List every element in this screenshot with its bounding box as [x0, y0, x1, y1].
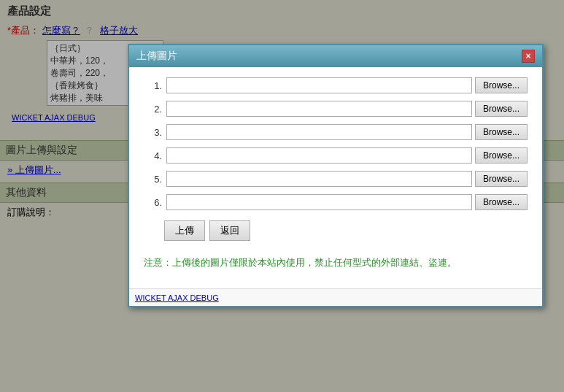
- modal-actions: 上傳 返回: [144, 218, 528, 248]
- file-number-5: 5.: [144, 174, 162, 185]
- modal-title: 上傳圖片: [136, 50, 177, 63]
- file-row-2: 2. Browse...: [144, 101, 528, 117]
- upload-button[interactable]: 上傳: [164, 220, 205, 241]
- browse-button-3[interactable]: Browse...: [475, 124, 528, 140]
- file-row-4: 4. Browse...: [144, 147, 528, 164]
- modal-close-button[interactable]: ×: [522, 50, 535, 63]
- file-input-3[interactable]: [166, 124, 472, 140]
- file-input-1[interactable]: [166, 77, 472, 93]
- modal-ajax-debug-link[interactable]: WICKET AJAX DEBUG: [135, 293, 219, 302]
- file-input-5[interactable]: [166, 171, 472, 187]
- file-number-1: 1.: [144, 80, 162, 91]
- file-row-6: 6. Browse...: [144, 194, 528, 210]
- file-input-4[interactable]: [166, 147, 472, 164]
- browse-button-6[interactable]: Browse...: [475, 194, 528, 210]
- file-number-6: 6.: [144, 197, 162, 208]
- modal-title-bar: 上傳圖片 ×: [129, 45, 542, 67]
- file-number-2: 2.: [144, 104, 162, 115]
- file-row-3: 3. Browse...: [144, 124, 528, 140]
- back-button[interactable]: 返回: [209, 220, 250, 241]
- upload-modal: 上傳圖片 × 1. Browse... 2. Browse... 3. Brow…: [128, 44, 544, 307]
- browse-button-5[interactable]: Browse...: [475, 171, 528, 187]
- notice-text: 注意：上傳後的圖片僅限於本站內使用，禁止任何型式的外部連結、盜連。: [144, 248, 528, 278]
- modal-body: 1. Browse... 2. Browse... 3. Browse... 4…: [129, 67, 542, 288]
- file-input-2[interactable]: [166, 101, 472, 117]
- browse-button-4[interactable]: Browse...: [475, 147, 528, 164]
- browse-button-2[interactable]: Browse...: [475, 101, 528, 117]
- file-number-3: 3.: [144, 127, 162, 138]
- file-input-6[interactable]: [166, 194, 472, 210]
- file-number-4: 4.: [144, 150, 162, 161]
- browse-button-1[interactable]: Browse...: [475, 77, 528, 93]
- modal-footer: WICKET AJAX DEBUG: [129, 288, 542, 306]
- file-row-1: 1. Browse...: [144, 77, 528, 93]
- file-row-5: 5. Browse...: [144, 171, 528, 187]
